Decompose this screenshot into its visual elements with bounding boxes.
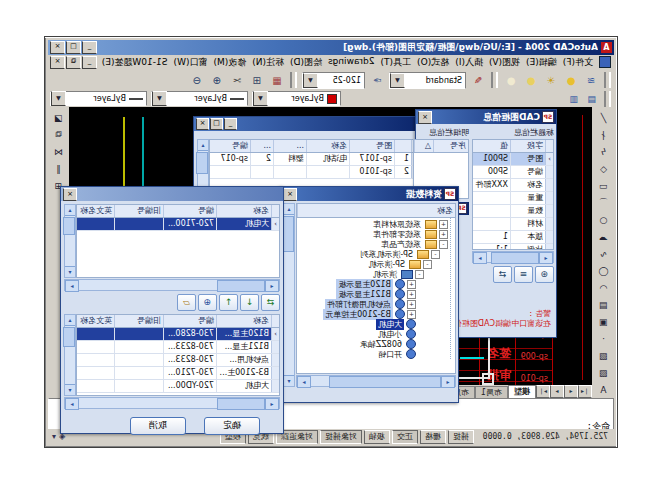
table-cell[interactable]: 电话机 xyxy=(306,153,349,165)
close-button[interactable]: × xyxy=(50,41,65,54)
ellipse-icon[interactable]: ◯ xyxy=(594,262,613,279)
table-row[interactable]: 数量 xyxy=(473,205,553,218)
status-toggle-对象捕捉[interactable]: 对象捕捉 xyxy=(320,430,362,444)
table-row[interactable]: 1sp-1017电话机塑料2sp-017 xyxy=(210,153,419,166)
toolbar-grip[interactable] xyxy=(604,72,611,88)
table-cell[interactable]: 编号 xyxy=(510,166,545,178)
maximize-button[interactable]: □ xyxy=(210,118,223,130)
layer-manager-icon[interactable]: ▤ xyxy=(583,91,601,106)
expand-icon[interactable]: + xyxy=(407,280,416,289)
column-header[interactable] xyxy=(394,140,411,152)
line-icon[interactable]: ╱ xyxy=(594,109,613,126)
hatch-icon[interactable]: ▨ xyxy=(594,347,613,364)
close-icon[interactable]: × xyxy=(418,111,432,124)
table-row[interactable]: 版本1 xyxy=(473,231,553,244)
layer-states-icon[interactable]: ▥ xyxy=(565,91,583,106)
table-cell[interactable] xyxy=(76,354,114,366)
mirror-icon[interactable]: ⋈ xyxy=(49,143,68,160)
table-row[interactable]: 重量 xyxy=(473,192,553,205)
tree-item[interactable]: -SP-演示机 xyxy=(297,259,448,269)
table-row[interactable]: 大电机720-YD00... xyxy=(77,380,279,393)
chevron-down-icon[interactable]: ▼ xyxy=(303,73,318,88)
table-row[interactable]: 名称XXX部件 xyxy=(473,179,553,192)
menu-item[interactable]: 格式(O) xyxy=(414,56,452,69)
zoom-in-icon[interactable]: ⊕ xyxy=(207,71,227,90)
column-header[interactable]: 旧编号 xyxy=(114,205,163,217)
revision-cloud-icon[interactable]: ☁ xyxy=(594,228,613,245)
detail-col-header[interactable]: 序号 xyxy=(433,140,468,152)
frame-fields-grid[interactable]: 字段值›图号SP001编号SP00名称XXX部件重量数量材料版本1比例1:1 xyxy=(472,139,554,250)
copy-icon[interactable]: ⧉ xyxy=(49,126,68,143)
table-row[interactable]: 编号SP00 xyxy=(473,166,553,179)
insert-block-icon[interactable]: ▤ xyxy=(594,296,613,313)
tree-item[interactable]: -演示机 xyxy=(297,269,448,279)
minimize-button[interactable]: _ xyxy=(224,118,237,130)
palette-icon[interactable]: ▦ xyxy=(267,71,287,90)
table-cell[interactable]: 1 xyxy=(394,153,411,165)
table-cell[interactable]: B121主显... xyxy=(216,341,271,353)
chevron-down-icon[interactable]: ▼ xyxy=(390,73,405,88)
column-header[interactable]: 字段 xyxy=(510,140,545,152)
table-cell[interactable] xyxy=(76,328,114,340)
doc-close-button[interactable]: × xyxy=(50,56,65,69)
table-cell[interactable] xyxy=(273,166,306,178)
table-cell[interactable] xyxy=(114,380,163,392)
column-header[interactable]: 编号 xyxy=(163,205,216,217)
tab-nav-icon[interactable]: ◂ xyxy=(564,385,578,398)
tree-item[interactable]: +B120主显示板 xyxy=(297,279,448,289)
erase-icon[interactable]: ◪ xyxy=(49,109,68,126)
table-cell[interactable]: 730-8280... xyxy=(163,328,216,340)
select-bottom-grid[interactable]: 名称编号旧编号英文名称›B120主显...730-8280...B121主显..… xyxy=(76,314,280,396)
columns-icon[interactable]: ≡ xyxy=(514,266,533,283)
ok-button[interactable]: 确定 xyxy=(204,417,260,435)
table-cell[interactable] xyxy=(114,367,163,379)
table-row[interactable]: ›图号SP001 xyxy=(473,153,553,166)
table-cell[interactable]: B120主显... xyxy=(216,328,271,340)
column-header[interactable]: ... xyxy=(250,140,273,152)
table-cell[interactable]: 730-8233... xyxy=(163,341,216,353)
title-bar[interactable]: A AutoCAD 2004 - [E:\UG\dwg\图框\额定用图(部件).… xyxy=(48,40,614,55)
menu-item[interactable]: 标注(N) xyxy=(249,56,287,69)
cancel-button[interactable]: 取消 xyxy=(130,417,186,435)
table-row[interactable]: 比例1:1 xyxy=(473,244,553,250)
bottom-grid-hscrollbar[interactable]: ◂▸ xyxy=(64,397,280,409)
toolbar-grip[interactable] xyxy=(491,72,498,88)
table-cell[interactable]: 大电机 xyxy=(216,380,271,392)
tab-布局1[interactable]: 布局1 xyxy=(475,386,508,398)
detail-window-titlebar[interactable]: _ □ × xyxy=(194,117,423,131)
table-row[interactable]: B3-2100主...730-7210... xyxy=(77,367,279,380)
circle-icon[interactable]: ○ xyxy=(594,211,613,228)
tab-nav-icon[interactable]: ▸❘ xyxy=(536,385,550,398)
table-cell[interactable] xyxy=(250,166,273,178)
search-icon[interactable]: ⊕ xyxy=(198,294,217,311)
frame-dialog-titlebar[interactable]: SP CAD图框信息 × xyxy=(416,110,556,124)
column-header[interactable]: 编号 xyxy=(209,140,250,152)
column-header[interactable]: 图号 xyxy=(349,140,394,152)
swap-icon[interactable]: ⇄ xyxy=(261,294,280,311)
polygon-icon[interactable]: ◇ xyxy=(594,160,613,177)
collapse-icon[interactable]: - xyxy=(415,270,424,279)
sync-icon[interactable]: ⇄ xyxy=(493,266,512,283)
menu-item[interactable]: 视图(V) xyxy=(486,56,523,69)
column-header[interactable]: 编号 xyxy=(163,315,216,327)
column-header[interactable]: ... xyxy=(273,140,306,152)
move-up-icon[interactable]: ↑ xyxy=(219,294,238,311)
table-cell[interactable]: 730-7210... xyxy=(163,367,216,379)
menu-item[interactable]: S1-10W题签(E) xyxy=(99,56,171,69)
table-cell[interactable]: 图号 xyxy=(510,153,545,165)
table-cell[interactable]: SP00 xyxy=(472,166,510,178)
table-cell[interactable]: sp-1010 xyxy=(349,166,394,178)
tree-item[interactable]: +点钞机用微打部件 xyxy=(297,299,448,309)
tab-nav-icon[interactable]: ▸ xyxy=(550,385,564,398)
column-header[interactable]: 英文名称 xyxy=(76,205,114,217)
table-cell[interactable] xyxy=(114,328,163,340)
move-down-icon[interactable]: ↓ xyxy=(240,294,259,311)
add-field-icon[interactable]: ⊛ xyxy=(535,266,554,283)
polyline-icon[interactable]: ϟ xyxy=(594,143,613,160)
table-cell[interactable] xyxy=(472,218,510,230)
table-cell[interactable] xyxy=(114,218,163,230)
menu-item[interactable]: 编辑(E) xyxy=(523,56,560,69)
lightbulb-off-icon[interactable]: ● xyxy=(501,71,521,90)
lightbulb-on-icon[interactable]: ● xyxy=(561,71,581,90)
tree-item[interactable]: 大电机 xyxy=(297,319,448,329)
